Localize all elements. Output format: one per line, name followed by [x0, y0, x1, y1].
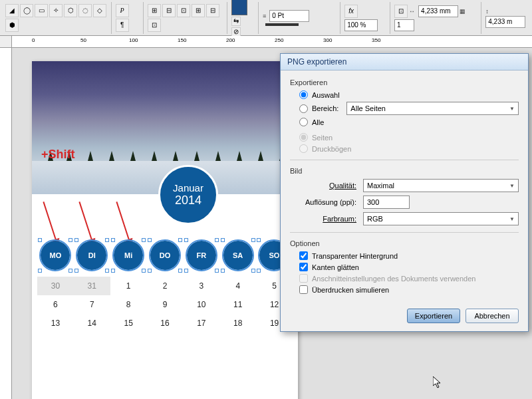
calendar-cell[interactable]: 4 — [219, 277, 256, 295]
tool-icon[interactable]: ◇ — [93, 4, 106, 17]
calendar-cell[interactable]: 30 — [37, 277, 74, 295]
fill-swatch[interactable] — [231, 0, 247, 15]
weekday-mo[interactable]: MO — [41, 241, 70, 270]
calendar-cell[interactable]: 2 — [147, 277, 184, 295]
radio-all-input[interactable] — [299, 118, 308, 126]
tool-group-opacity: fx — [342, 2, 390, 34]
check-overprint-input[interactable] — [299, 285, 308, 294]
weekday-sa[interactable]: SA — [223, 241, 253, 270]
weekday-fr[interactable]: FR — [187, 241, 216, 270]
radio-range[interactable]: Bereich: Alle Seiten — [299, 102, 519, 115]
calendar-cell[interactable]: 15 — [110, 314, 147, 332]
calendar-cell[interactable]: 14 — [74, 314, 110, 332]
resolution-label: Auflösung (ppi): — [290, 198, 363, 206]
crop-icon[interactable]: ⊡ — [394, 5, 408, 18]
ruler-horizontal: 0 50 100 150 200 250 300 350 — [12, 36, 532, 48]
check-overprint-label: Überdrucken simulieren — [312, 286, 389, 294]
weekday-mi[interactable]: Mi — [114, 241, 143, 270]
tool-icon[interactable]: ◌ — [78, 4, 92, 17]
radio-selection-input[interactable] — [299, 90, 308, 99]
align-icon[interactable]: ⊟ — [206, 4, 219, 17]
stroke-preview[interactable] — [265, 23, 299, 26]
quality-value: Maximal — [367, 182, 394, 190]
range-combo[interactable]: Alle Seiten — [346, 102, 519, 115]
calendar-cell[interactable]: 17 — [183, 314, 219, 332]
resolution-input[interactable] — [363, 196, 410, 209]
opacity-input[interactable] — [344, 19, 378, 31]
radio-range-input[interactable] — [299, 104, 308, 113]
tool-icon[interactable]: ◢ — [5, 4, 19, 17]
range-value: Alle Seiten — [350, 104, 386, 112]
align-icon[interactable]: ⊞ — [192, 4, 205, 17]
shift-annotation: +Shift — [41, 148, 75, 162]
align-icon[interactable]: ⊡ — [177, 4, 190, 17]
tool-group-text: P ¶ — [113, 2, 144, 34]
radio-selection[interactable]: Auswahl — [299, 90, 519, 99]
check-transparent-input[interactable] — [299, 251, 308, 260]
ruler-tick: 150 — [178, 37, 186, 43]
calendar-grid: 30 31 1 2 3 4 5 6 7 8 9 10 11 12 13 14 1… — [37, 277, 293, 332]
radio-all[interactable]: Alle — [299, 118, 519, 126]
fx-icon[interactable]: fx — [344, 5, 358, 18]
quality-label: Qualität: — [290, 182, 363, 190]
dialog-buttons: Exportieren Abbrechen — [281, 303, 528, 331]
align-icon[interactable]: ⊟ — [162, 4, 176, 17]
weekday-label: MO — [50, 251, 62, 259]
tool-icon[interactable]: ◯ — [20, 4, 33, 17]
month-name: Januar — [173, 182, 203, 194]
tutorial-arrow — [78, 201, 94, 246]
radio-spreads: Druckbögen — [299, 144, 519, 153]
calendar-cell[interactable]: 6 — [37, 295, 74, 314]
calendar-cell[interactable]: 13 — [37, 314, 74, 332]
calendar-cell[interactable]: 7 — [74, 295, 110, 314]
dim-x-input[interactable] — [418, 5, 458, 17]
swap-icon[interactable]: ⇆ — [231, 17, 241, 26]
quality-combo[interactable]: Maximal — [363, 179, 519, 192]
check-bleed: Anschnitteinstellungen des Dokuments ver… — [299, 274, 519, 283]
calendar-cell[interactable]: 1 — [110, 277, 147, 295]
tool-icon[interactable]: ⬢ — [5, 19, 19, 32]
calendar-cell[interactable]: 31 — [74, 277, 110, 295]
month-year: 2014 — [175, 194, 201, 207]
export-button[interactable]: Exportieren — [407, 309, 460, 323]
weekday-label: DO — [160, 251, 171, 259]
check-antialias[interactable]: Kanten glätten — [299, 263, 519, 271]
calendar-row: 13 14 15 16 17 18 19 — [37, 314, 293, 332]
calendar-header-image — [32, 61, 298, 194]
ruler-tick: 100 — [129, 37, 138, 43]
dialog-body: Exportieren Auswahl Bereich: Alle Seiten… — [281, 70, 528, 303]
section-options-label: Optionen — [290, 239, 519, 247]
calendar-cell[interactable]: 3 — [183, 277, 219, 295]
calendar-cell[interactable]: 9 — [147, 295, 184, 314]
check-transparent[interactable]: Transparenter Hintergrund — [299, 251, 519, 260]
none-icon[interactable]: ⊘ — [231, 27, 241, 37]
ruler-tick: 50 — [80, 37, 86, 43]
calendar-cell[interactable]: 8 — [110, 295, 147, 314]
calendar-cell[interactable]: 10 — [183, 295, 219, 314]
colorspace-combo[interactable]: RGB — [363, 212, 519, 225]
check-antialias-input[interactable] — [299, 263, 308, 271]
document-page[interactable]: +Shift Januar 2014 MO DI Mi DO FR SA SO … — [32, 61, 298, 399]
colorspace-label: Farbraum: — [290, 215, 363, 223]
weekday-do[interactable]: DO — [150, 241, 180, 270]
weekday-label: SO — [269, 251, 280, 259]
paragraph-icon[interactable]: P — [116, 4, 129, 17]
tool-icon[interactable]: ✧ — [49, 4, 63, 17]
count-input[interactable] — [394, 19, 414, 31]
calendar-cell[interactable]: 16 — [147, 314, 184, 332]
calendar-cell[interactable]: 11 — [219, 295, 256, 314]
stroke-weight-input[interactable] — [269, 10, 309, 22]
check-overprint[interactable]: Überdrucken simulieren — [299, 285, 519, 294]
tool-icon[interactable]: ▭ — [35, 4, 48, 17]
align-icon[interactable]: ⊞ — [148, 4, 161, 17]
calendar-cell[interactable]: 18 — [219, 314, 256, 332]
align-icon[interactable]: ⊡ — [148, 19, 161, 32]
count-icon: ▦ — [460, 8, 466, 15]
tool-icon[interactable]: ¶ — [116, 19, 129, 32]
ruler-corner — [0, 36, 12, 48]
dim-y-input[interactable] — [485, 16, 525, 28]
weekday-di[interactable]: DI — [77, 241, 106, 270]
tool-icon[interactable]: ⬡ — [64, 4, 77, 17]
cancel-button[interactable]: Abbrechen — [466, 309, 519, 323]
month-badge[interactable]: Januar 2014 — [158, 165, 218, 225]
